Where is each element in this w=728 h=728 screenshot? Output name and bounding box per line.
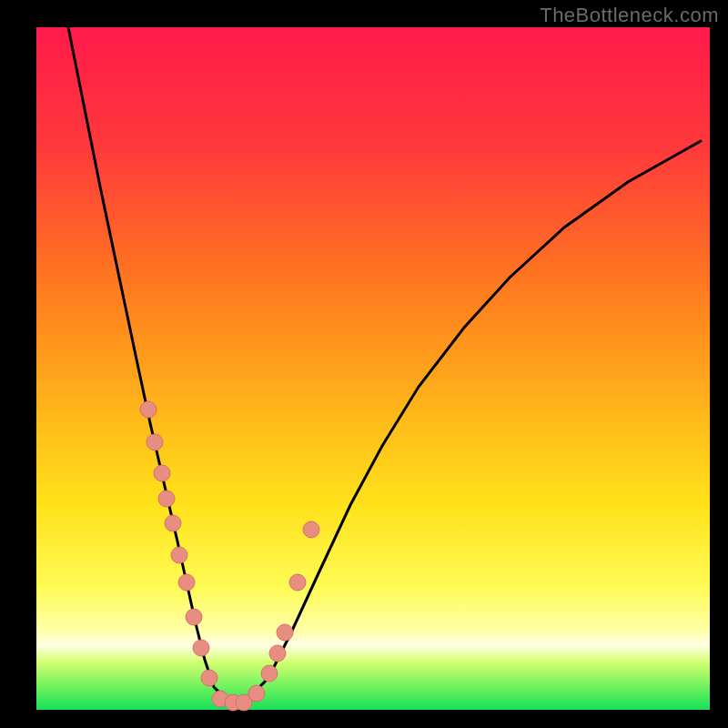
highlight-dot	[178, 574, 195, 591]
highlight-dot	[269, 645, 286, 662]
highlight-dot	[186, 609, 202, 625]
highlight-dot	[277, 624, 293, 641]
highlight-dot	[201, 670, 217, 686]
highlight-dot	[193, 640, 209, 656]
highlight-dot	[147, 434, 163, 450]
highlight-dot	[140, 401, 157, 418]
chart-container: TheBottleneck.com	[0, 0, 728, 728]
highlight-dot	[171, 547, 187, 563]
highlight-dot	[261, 665, 278, 682]
highlight-dot	[289, 574, 306, 591]
bottleneck-chart	[0, 0, 728, 728]
watermark-label: TheBottleneck.com	[540, 4, 719, 27]
highlight-dot	[158, 490, 175, 507]
highlight-dot	[303, 521, 319, 538]
highlight-dot	[248, 685, 265, 702]
highlight-dot	[154, 465, 170, 481]
highlight-dot	[165, 515, 181, 531]
